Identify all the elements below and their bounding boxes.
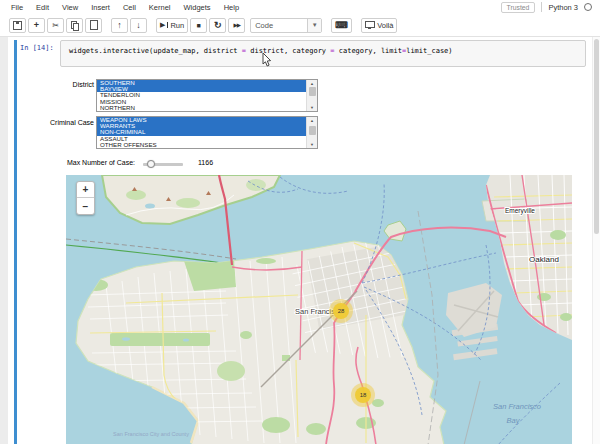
menu-kernel[interactable]: Kernel — [149, 3, 171, 12]
move-cell-up-button[interactable]: ↑ — [111, 18, 128, 33]
arrow-up-icon: ↑ — [117, 20, 122, 30]
county-label: San Francisco City and County — [113, 431, 189, 437]
mouse-cursor — [262, 53, 272, 71]
scrollbar-thumb[interactable] — [594, 39, 599, 234]
max-case-value: 1166 — [198, 159, 213, 166]
scissors-icon: ✂ — [52, 21, 59, 30]
kernel-status-icon — [584, 3, 592, 11]
oakland-label: Oakland — [529, 255, 559, 264]
criminal-case-label: Criminal Case — [20, 119, 94, 126]
emeryville-label: Emeryville — [505, 207, 535, 215]
page-scrollbar[interactable] — [592, 37, 600, 444]
add-cell-button[interactable]: + — [28, 18, 45, 33]
menu-bar: File Edit View Insert Cell Kernel Widget… — [0, 0, 600, 14]
kernel-name: Python 3 — [548, 3, 578, 12]
menu-widgets[interactable]: Widgets — [184, 3, 211, 12]
scroll-thumb[interactable] — [309, 126, 316, 135]
arrow-down-icon: ↓ — [136, 20, 141, 30]
run-icon-bar — [167, 22, 168, 28]
bay-label-line2: Bay — [507, 416, 521, 425]
map-canvas: San Francisco Emeryville Oakland San Fra… — [66, 175, 572, 444]
district-option[interactable]: NORTHERN — [97, 105, 317, 111]
copy-cell-button[interactable] — [66, 18, 83, 33]
cell-type-dropdown[interactable]: Code ▼ — [250, 18, 322, 33]
chevron-down-icon: ▼ — [307, 19, 321, 32]
save-button[interactable] — [9, 18, 26, 33]
marker-cluster[interactable]: 28 — [329, 299, 353, 323]
notebook-toolbar: + ✂ ↑ ↓ ▶ Run ■ ↻ ▶▶ Code ▼ ⌨ Voilà — [0, 14, 600, 37]
max-case-label: Max Number of Case: — [20, 159, 135, 166]
scroll-up-icon[interactable]: ▲ — [307, 80, 317, 87]
menu-cell[interactable]: Cell — [123, 3, 136, 12]
restart-kernel-button[interactable]: ↻ — [209, 18, 226, 33]
menu-separator — [541, 2, 542, 12]
scroll-down-icon[interactable]: ▼ — [307, 104, 317, 111]
max-case-slider-handle[interactable] — [147, 160, 155, 168]
criminal-case-multiselect[interactable]: WEAPON LAWS WARRANTS NON-CRIMINAL ASSAUL… — [96, 116, 318, 149]
paste-cell-button[interactable] — [85, 18, 102, 33]
zoom-in-button[interactable]: + — [77, 182, 94, 198]
selected-cell-indicator — [14, 40, 17, 444]
keyboard-icon: ⌨ — [335, 20, 348, 30]
menu-edit[interactable]: Edit — [36, 3, 49, 12]
plus-icon: + — [34, 20, 39, 30]
svg-text:18: 18 — [360, 392, 367, 398]
run-button[interactable]: ▶ Run — [156, 18, 188, 33]
menu-view[interactable]: View — [62, 3, 78, 12]
menu-file[interactable]: File — [11, 3, 23, 12]
paste-icon — [90, 20, 98, 30]
fast-forward-icon: ▶▶ — [233, 22, 239, 28]
input-prompt: In [14]: — [20, 44, 54, 52]
restart-run-all-button[interactable]: ▶▶ — [228, 18, 245, 33]
menu-help[interactable]: Help — [224, 3, 239, 12]
save-icon — [13, 21, 22, 30]
stop-icon: ■ — [197, 22, 201, 29]
menu-insert[interactable]: Insert — [91, 3, 110, 12]
jupyter-window: File Edit View Insert Cell Kernel Widget… — [0, 0, 600, 444]
criminal-case-scrollbar[interactable]: ▲ ▼ — [306, 117, 317, 148]
bay-label-line1: San Francisco — [493, 402, 541, 411]
leaflet-map[interactable]: San Francisco Emeryville Oakland San Fra… — [66, 175, 572, 444]
trusted-badge: Trusted — [501, 2, 536, 13]
district-label: District — [20, 81, 94, 88]
move-cell-down-button[interactable]: ↓ — [130, 18, 147, 33]
monitor-icon — [365, 21, 375, 28]
zoom-out-button[interactable]: − — [77, 198, 94, 214]
code-cell-editor[interactable]: widgets.interactive(update_map, district… — [60, 40, 586, 67]
map-zoom-control: + − — [76, 181, 95, 215]
criminal-case-option[interactable]: OTHER OFFENSES — [97, 142, 317, 148]
restart-icon: ↻ — [214, 20, 222, 30]
voila-button[interactable]: Voilà — [361, 18, 397, 33]
copy-icon — [71, 21, 79, 29]
district-scrollbar[interactable]: ▲ ▼ — [306, 80, 317, 111]
svg-text:28: 28 — [338, 308, 345, 314]
scroll-up-icon[interactable]: ▲ — [307, 117, 317, 124]
run-icon: ▶ — [160, 21, 165, 29]
marker-cluster[interactable]: 18 — [351, 383, 375, 407]
cut-cell-button[interactable]: ✂ — [47, 18, 64, 33]
command-palette-button[interactable]: ⌨ — [331, 18, 352, 33]
scroll-down-icon[interactable]: ▼ — [307, 141, 317, 148]
district-multiselect[interactable]: SOUTHERN BAYVIEW TENDERLOIN MISSION NORT… — [96, 79, 318, 112]
stop-button[interactable]: ■ — [190, 18, 207, 33]
scroll-thumb[interactable] — [309, 87, 316, 96]
